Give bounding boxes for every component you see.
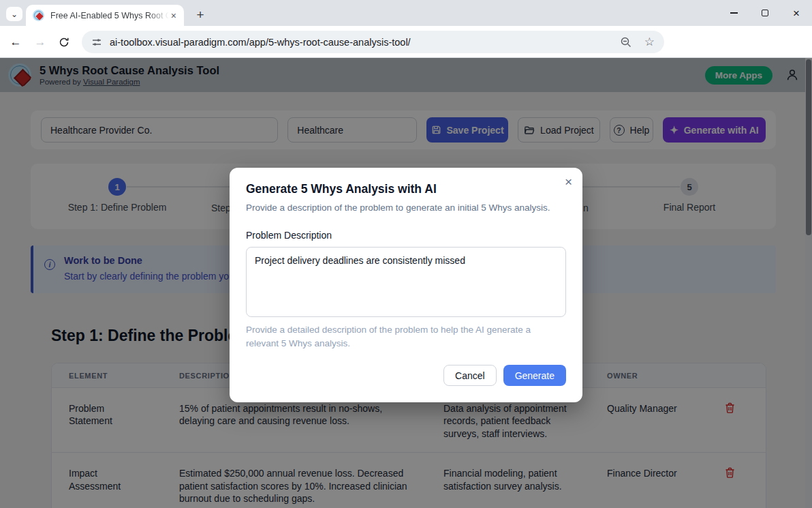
window-minimize-button[interactable]: [718, 0, 749, 26]
tab-strip: ⌄ Free AI-Enabled 5 Whys Root Ca × + ×: [0, 0, 812, 26]
cancel-button[interactable]: Cancel: [443, 365, 497, 386]
close-icon: ×: [565, 175, 572, 189]
plus-icon: +: [196, 8, 204, 23]
generate-button[interactable]: Generate: [503, 365, 566, 386]
site-favicon-icon: [33, 10, 44, 21]
browser-tab[interactable]: Free AI-Enabled 5 Whys Root Ca ×: [26, 5, 184, 26]
tab-close-icon[interactable]: ×: [169, 10, 178, 21]
tab-title: Free AI-Enabled 5 Whys Root Ca: [50, 11, 169, 20]
zoom-out-icon[interactable]: [620, 36, 632, 48]
window-controls: ×: [718, 0, 812, 26]
modal-footer: Cancel Generate: [246, 365, 566, 386]
forward-button[interactable]: →: [31, 33, 50, 52]
modal-title: Generate 5 Whys Analysis with AI: [246, 182, 566, 196]
maximize-icon: [762, 10, 768, 16]
back-button[interactable]: ←: [6, 33, 25, 52]
problem-description-textarea[interactable]: Project delivery deadlines are consisten…: [246, 247, 566, 317]
window-maximize-button[interactable]: [749, 0, 781, 26]
browser-window: ⌄ Free AI-Enabled 5 Whys Root Ca × + × ←…: [0, 0, 812, 508]
window-close-button[interactable]: ×: [781, 0, 812, 26]
new-tab-button[interactable]: +: [191, 5, 210, 25]
address-bar[interactable]: ai-toolbox.visual-paradigm.com/app/5-why…: [82, 31, 664, 53]
tab-search-button[interactable]: ⌄: [6, 7, 22, 21]
chevron-down-icon: ⌄: [11, 10, 18, 19]
reload-icon: [59, 37, 69, 48]
reload-button[interactable]: [54, 33, 74, 52]
generate-ai-modal: × Generate 5 Whys Analysis with AI Provi…: [230, 168, 582, 402]
bookmark-star-icon[interactable]: ☆: [644, 35, 655, 49]
forward-arrow-icon: →: [35, 35, 46, 49]
problem-description-label: Problem Description: [246, 230, 566, 241]
field-helper-text: Provide a detailed description of the pr…: [246, 323, 554, 350]
url-text: ai-toolbox.visual-paradigm.com/app/5-why…: [110, 37, 620, 48]
page-viewport: 5 Whys Root Cause Analysis Tool Powered …: [0, 58, 812, 508]
close-icon: ×: [793, 8, 800, 19]
browser-toolbar: ← → ai-toolbox.visual-paradigm.com/app/5…: [0, 26, 812, 58]
modal-subtitle: Provide a description of the problem to …: [246, 203, 566, 213]
site-info-icon[interactable]: [91, 37, 102, 48]
back-arrow-icon: ←: [10, 35, 22, 49]
minimize-icon: [730, 12, 738, 14]
modal-close-button[interactable]: ×: [565, 175, 572, 188]
